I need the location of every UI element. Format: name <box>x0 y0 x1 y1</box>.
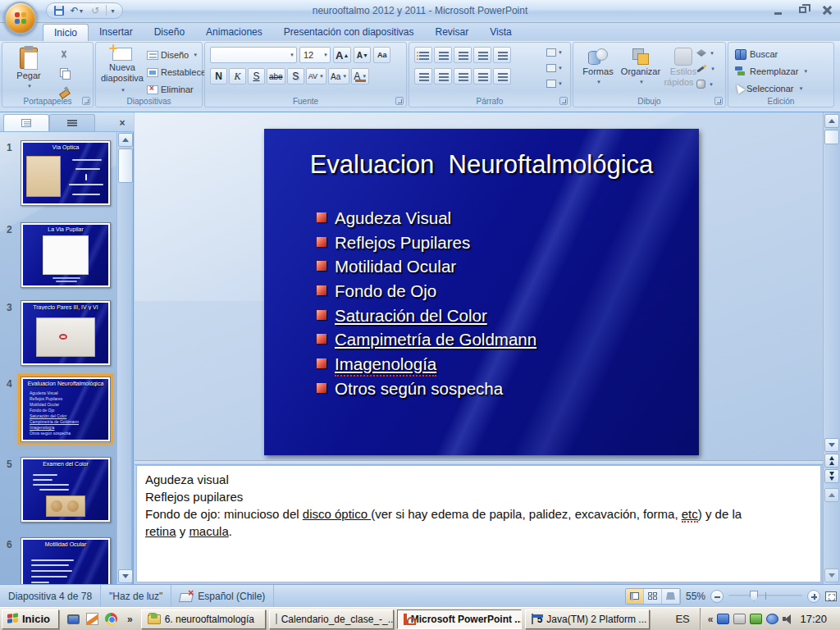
justify-button[interactable] <box>473 68 491 84</box>
panel-scroll-up-button[interactable] <box>118 133 133 147</box>
columns-button[interactable] <box>493 68 511 84</box>
zoom-in-button[interactable] <box>807 590 820 603</box>
language-bar[interactable]: ES <box>665 613 699 625</box>
line-spacing-button[interactable] <box>493 47 511 63</box>
grow-font-button[interactable]: A▲ <box>333 47 351 63</box>
task-folder-window[interactable]: 6. neurooftalmología <box>141 609 266 629</box>
notes-pane[interactable]: Agudeza visual Reflejos pupilares Fondo … <box>136 465 821 582</box>
task-calendar-document[interactable]: Calendario_de_clase_-_... <box>269 609 394 629</box>
close-button[interactable] <box>819 3 835 16</box>
bold-button[interactable]: N <box>210 68 227 84</box>
slideshow-button[interactable] <box>662 589 680 604</box>
next-slide-button[interactable] <box>824 469 839 483</box>
start-button[interactable]: Inicio <box>2 609 59 629</box>
slide-sorter-button[interactable] <box>644 589 662 604</box>
panel-scroll-down-button[interactable] <box>118 569 133 583</box>
quick-launch-app-button[interactable] <box>84 611 100 627</box>
zoom-slider[interactable] <box>728 595 802 597</box>
previous-slide-button[interactable] <box>824 454 839 468</box>
restore-button[interactable] <box>794 3 810 16</box>
select-button[interactable]: Seleccionar▼ <box>735 81 808 95</box>
slides-tab[interactable] <box>3 114 49 131</box>
new-slide-button[interactable]: Nueva diapositiva ▼ <box>99 45 145 96</box>
font-name-combo[interactable]: ▼ <box>210 47 297 63</box>
zoom-level[interactable]: 55% <box>686 591 705 602</box>
arrange-button[interactable]: Organizar▼ <box>619 45 662 96</box>
slide-thumbnail-5[interactable]: Examen del Color <box>21 457 111 523</box>
tab-animaciones[interactable]: Animaciones <box>195 24 273 41</box>
panel-close-button[interactable]: × <box>116 117 129 129</box>
drawing-dialog-launcher[interactable] <box>714 97 723 105</box>
notes-scroll-up-button[interactable] <box>824 488 839 502</box>
tab-insertar[interactable]: Insertar <box>89 24 144 41</box>
spellcheck-status[interactable]: Español (Chile) <box>171 585 274 607</box>
find-button[interactable]: Buscar <box>735 47 808 61</box>
zoom-out-button[interactable] <box>710 590 724 603</box>
panel-scrollbar[interactable] <box>116 132 131 584</box>
lan-tray-icon[interactable] <box>717 614 729 624</box>
slide-thumbnail-6[interactable]: Motilidad Ocular <box>21 537 111 584</box>
slide-thumbnail-1[interactable]: Vía Optica <box>21 140 111 206</box>
numbering-button[interactable] <box>434 47 452 63</box>
decrease-indent-button[interactable] <box>454 47 472 63</box>
panel-scrollbar-thumb[interactable] <box>118 148 133 183</box>
outline-tab[interactable] <box>49 114 95 131</box>
clipboard-dialog-launcher[interactable] <box>82 97 90 105</box>
task-java-group[interactable]: 5 Java(TM) 2 Platform ... ▼ <box>525 609 650 629</box>
chrome-button[interactable] <box>103 611 119 627</box>
zoom-slider-thumb[interactable] <box>750 591 758 601</box>
text-direction-button[interactable]: ▼ <box>544 45 565 59</box>
slide-thumbnail-2[interactable]: La Via Pupilar <box>21 222 111 288</box>
copy-button[interactable] <box>55 65 73 81</box>
tab-presentacion[interactable]: Presentación con diapositivas <box>273 24 425 41</box>
tab-inicio[interactable]: Inicio <box>43 24 89 41</box>
volume-tray-icon[interactable] <box>783 614 794 624</box>
strikethrough-button[interactable]: abe <box>267 68 285 84</box>
tab-revisar[interactable]: Revisar <box>425 24 480 41</box>
layout-button[interactable]: Diseño▼ <box>147 48 209 62</box>
align-text-button[interactable]: ▼ <box>544 61 565 75</box>
delete-button[interactable]: Eliminar <box>147 82 209 97</box>
tray-collapse-button[interactable]: « <box>708 614 714 625</box>
scroll-down-button[interactable] <box>824 438 839 452</box>
paste-button[interactable]: Pegar ▼ <box>7 45 50 96</box>
clear-formatting-button[interactable]: Aa <box>373 47 390 63</box>
align-left-button[interactable] <box>414 68 432 84</box>
notes-scroll-down-button[interactable] <box>824 568 839 582</box>
align-right-button[interactable] <box>454 68 472 84</box>
font-size-combo[interactable]: 12▼ <box>299 47 331 63</box>
italic-button[interactable]: K <box>229 68 246 84</box>
text-shadow-button[interactable]: S <box>287 68 304 84</box>
vertical-scrollbar[interactable] <box>823 112 840 584</box>
normal-view-button[interactable] <box>626 589 644 604</box>
slide-thumbnail-4-selected[interactable]: Evaluacion Neuroftalmológica Agudeza Vis… <box>21 377 111 442</box>
align-center-button[interactable] <box>434 68 452 84</box>
shapes-button[interactable]: Formas▼ <box>577 45 619 96</box>
replace-button[interactable]: Reemplazar▼ <box>735 64 808 78</box>
minimize-button[interactable] <box>769 3 786 16</box>
show-desktop-button[interactable] <box>66 611 81 627</box>
font-dialog-launcher[interactable] <box>395 97 404 105</box>
scrollbar-thumb[interactable] <box>824 130 839 144</box>
quick-launch-overflow-button[interactable]: » <box>127 614 133 625</box>
fit-to-window-button[interactable] <box>825 591 837 601</box>
paragraph-dialog-launcher[interactable] <box>559 97 568 105</box>
shape-fill-button[interactable]: ▼ <box>694 46 719 60</box>
task-powerpoint[interactable]: Microsoft PowerPoint ... <box>397 609 522 629</box>
character-spacing-button[interactable]: AV▼ <box>306 68 326 84</box>
display-tray-icon[interactable] <box>733 614 746 624</box>
power-tray-icon[interactable] <box>750 614 762 624</box>
shape-effects-button[interactable]: ▼ <box>694 77 719 91</box>
cut-button[interactable] <box>55 47 73 63</box>
reset-button[interactable]: Restablecer <box>147 65 209 80</box>
bullets-button[interactable] <box>414 47 432 63</box>
office-button[interactable] <box>4 2 37 34</box>
slide-thumbnail-3[interactable]: Trayecto Pares III, IV y VI <box>21 300 111 366</box>
shape-outline-button[interactable]: ▼ <box>694 62 719 75</box>
network-tray-icon[interactable] <box>766 614 778 624</box>
font-color-button[interactable]: A▼ <box>351 68 369 84</box>
increase-indent-button[interactable] <box>473 47 491 63</box>
tab-vista[interactable]: Vista <box>479 24 522 41</box>
smartart-button[interactable]: ▼ <box>544 76 565 90</box>
tab-diseno[interactable]: Diseño <box>144 24 195 41</box>
